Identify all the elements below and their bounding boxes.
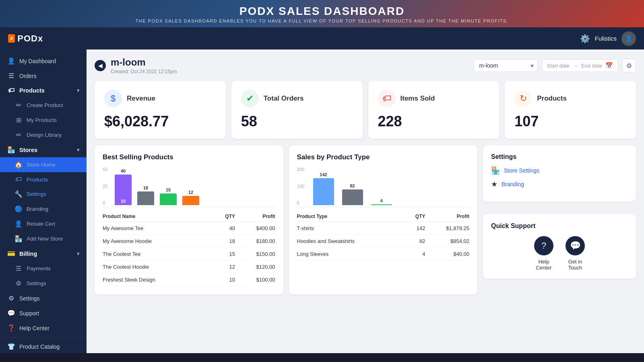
stat-header-products: ↻ Products bbox=[514, 90, 626, 107]
sidebar-item-help-center[interactable]: ❓ Help Center bbox=[0, 321, 87, 335]
sales-bar-group: 4 bbox=[371, 198, 392, 205]
stat-label-total_orders: Total Orders bbox=[264, 95, 304, 103]
qty-cell: 15 bbox=[214, 248, 235, 261]
help-center-button[interactable]: ? HelpCenter bbox=[534, 236, 553, 271]
logo-area: # PODx bbox=[8, 33, 43, 44]
stat-value-revenue: $6,028.77 bbox=[104, 113, 216, 130]
store-created: Created: Oct 24 2022 12:15pm bbox=[111, 69, 177, 74]
stat-header-revenue: $ Revenue bbox=[104, 90, 216, 107]
sidebar-item-resale-cert[interactable]: 👤 Resale Cert bbox=[0, 216, 87, 231]
bar-orange bbox=[182, 196, 199, 205]
sidebar-item-payments[interactable]: ☰ Payments bbox=[0, 261, 87, 276]
end-date-placeholder[interactable]: End date bbox=[581, 63, 602, 69]
store-select[interactable]: m-loom bbox=[473, 59, 538, 72]
sales-bar-label-top: 82 bbox=[350, 183, 355, 188]
dashboard-icon: 👤 bbox=[7, 57, 15, 65]
type-qty-cell: 4 bbox=[407, 248, 425, 261]
sidebar-item-settings-main[interactable]: ⚙ Settings bbox=[0, 291, 87, 306]
get-in-touch-button[interactable]: 💬 Get inTouch bbox=[566, 236, 585, 271]
stat-card-products: ↻ Products 107 bbox=[505, 81, 636, 139]
sidebar-item-my-products[interactable]: ⊞ My Products bbox=[0, 113, 87, 128]
calendar-icon[interactable]: 📅 bbox=[605, 62, 613, 69]
sales-bar-label-top: 4 bbox=[380, 198, 382, 203]
header-settings-button[interactable]: ⚙ bbox=[622, 59, 636, 72]
bar-label-top: 12 bbox=[188, 190, 193, 195]
header-banner: PODX SALES DASHBOARD THE PODX SALES DASH… bbox=[0, 0, 644, 27]
qty-cell: 18 bbox=[214, 235, 235, 248]
sidebar-item-support[interactable]: 💬 Support bbox=[0, 306, 87, 321]
best-selling-card: Best Selling Products 50 25 0 40 10 18 1… bbox=[95, 145, 283, 294]
col-qty: QTY bbox=[214, 211, 235, 222]
sidebar-item-settings-sub[interactable]: 🔧 Settings bbox=[0, 187, 87, 202]
support-buttons: ? HelpCenter 💬 Get inTouch bbox=[491, 236, 628, 271]
back-button[interactable]: ◀ bbox=[95, 60, 106, 71]
settings-branding-link[interactable]: ★ Branding bbox=[491, 180, 628, 189]
profit-cell: $120.00 bbox=[235, 261, 275, 274]
logo-x: x bbox=[38, 33, 43, 43]
sidebar-item-design-library[interactable]: ✏ Design Library bbox=[0, 128, 87, 142]
sidebar-item-billing-settings[interactable]: ⚙ Settings bbox=[0, 276, 87, 291]
product-name-cell: Freshest Sleek Design bbox=[103, 274, 214, 286]
sidebar-label-design-library: Design Library bbox=[27, 132, 62, 138]
my-products-icon: ⊞ bbox=[14, 116, 23, 124]
bar-gray bbox=[137, 191, 154, 205]
help-center-label: HelpCenter bbox=[536, 259, 551, 271]
table-row: Hoodies and Sweatshirts 82 $854.02 bbox=[297, 235, 470, 248]
sales-y-labels: 200 100 0 bbox=[297, 167, 304, 205]
best-selling-y-labels: 50 25 0 bbox=[103, 167, 107, 205]
sidebar-label-resale-cert: Resale Cert bbox=[27, 221, 55, 227]
sidebar-label-my-products: My Products bbox=[27, 117, 57, 123]
billing-settings-icon: ⚙ bbox=[14, 280, 23, 287]
bar-green bbox=[160, 193, 177, 205]
sidebar-section-billing[interactable]: 💳 Billing ▾ bbox=[0, 246, 87, 261]
sidebar-label-branding: Branding bbox=[27, 206, 48, 212]
profit-cell: $100.00 bbox=[235, 274, 275, 286]
bar-group: 40 10 bbox=[115, 169, 132, 205]
bar-group: 18 bbox=[137, 185, 154, 205]
logo-pod: POD bbox=[17, 33, 38, 43]
sales-bars: 142 82 4 bbox=[313, 167, 392, 205]
stat-card-total_orders: ✔ Total Orders 58 bbox=[231, 81, 363, 139]
stat-icon-revenue: $ bbox=[104, 90, 122, 107]
table-row: The Coolest Hoodie 12 $120.00 bbox=[103, 261, 275, 274]
sales-by-type-title: Sales by Product Type bbox=[297, 153, 470, 161]
sidebar-item-create-product[interactable]: ✏ Create Product bbox=[0, 98, 87, 113]
sidebar-item-add-new-store[interactable]: 🏪 Add New Store bbox=[0, 231, 87, 246]
sidebar-label-billing: Billing bbox=[19, 251, 37, 257]
sidebar-section-stores[interactable]: 🏪 Stores ▾ bbox=[0, 142, 87, 157]
gear-icon[interactable]: ⚙️ bbox=[580, 34, 590, 43]
qty-cell: 40 bbox=[214, 222, 235, 235]
help-center-icon: ? bbox=[534, 236, 553, 255]
table-row: The Coolest Tee 15 $150.00 bbox=[103, 248, 275, 261]
stat-card-items_sold: 🏷 Items Sold 228 bbox=[368, 81, 500, 139]
stores-icon: 🏪 bbox=[7, 146, 15, 154]
sidebar-label-my-dashboard: My Dashboard bbox=[19, 58, 56, 64]
products-header-icon: 🏷 bbox=[7, 87, 15, 94]
bar-label-top: 18 bbox=[143, 185, 148, 190]
sidebar-item-products-sub[interactable]: 🏷 Products bbox=[0, 172, 87, 187]
banner-subtitle: THE PODX SALES DASHBOARD ENABLES YOU TO … bbox=[8, 19, 636, 23]
sidebar-item-orders[interactable]: ☰ Orders bbox=[0, 68, 87, 83]
sidebar-item-store-home[interactable]: 🏠 Store Home bbox=[0, 157, 87, 172]
start-date-placeholder[interactable]: Start date bbox=[547, 63, 570, 69]
col-product-name: Product Name bbox=[103, 211, 214, 222]
user-name: Fulistics bbox=[595, 35, 617, 42]
sidebar-item-my-dashboard[interactable]: 👤 My Dashboard bbox=[0, 53, 87, 68]
store-title-area: ◀ m-loom Created: Oct 24 2022 12:15pm bbox=[95, 57, 177, 74]
sales-by-type-chart: 200 100 0 142 82 4 bbox=[297, 167, 470, 207]
chevron-down-icon-stores: ▾ bbox=[77, 147, 79, 153]
sidebar-item-product-catalog[interactable]: 👕 Product Catalog bbox=[0, 339, 87, 353]
sidebar-section-products[interactable]: 🏷 Products ▾ bbox=[0, 83, 87, 98]
catalog-icon: 👕 bbox=[7, 343, 15, 350]
table-row: T-shirts 142 $1,879.25 bbox=[297, 222, 470, 235]
product-name-cell: The Coolest Tee bbox=[103, 248, 214, 261]
sales-bar-green bbox=[371, 204, 392, 205]
type-profit-cell: $1,879.25 bbox=[425, 222, 469, 235]
sidebar-item-branding[interactable]: 🔵 Branding bbox=[0, 202, 87, 216]
best-selling-title: Best Selling Products bbox=[103, 153, 275, 161]
stat-label-products: Products bbox=[537, 95, 567, 103]
settings-store-link[interactable]: 🏪 Store Settings bbox=[491, 166, 628, 175]
stat-icon-items_sold: 🏷 bbox=[378, 90, 396, 107]
sidebar-label-payments: Payments bbox=[27, 265, 51, 272]
design-library-icon: ✏ bbox=[14, 131, 23, 139]
